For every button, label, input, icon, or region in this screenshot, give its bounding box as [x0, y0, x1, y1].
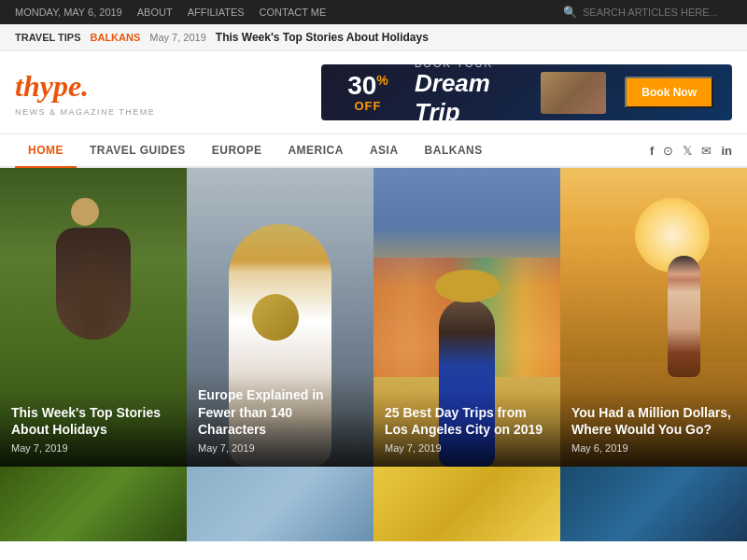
affiliates-link[interactable]: AFFILIATES — [188, 7, 245, 18]
breaking-title: This Week's Top Stories About Holidays — [216, 31, 429, 44]
nav-socials: f ⊙ 𝕏 ✉ in — [650, 144, 732, 158]
card-1-title: This Week's Top Stories About Holidays — [11, 404, 176, 438]
featured-grid: This Week's Top Stories About Holidays M… — [0, 168, 747, 467]
thumb-2[interactable] — [187, 467, 374, 541]
twitter-icon[interactable]: 𝕏 — [683, 144, 692, 158]
top-date: MONDAY, MAY 6, 2019 — [15, 7, 122, 18]
book-now-button[interactable]: Book Now — [625, 77, 713, 108]
card-1-date: May 7, 2019 — [11, 442, 176, 454]
email-icon[interactable]: ✉ — [701, 144, 712, 158]
breaking-tag[interactable]: BALKANS — [91, 32, 141, 43]
nav-links: HOME TRAVEL GUIDES EUROPE AMERICA ASIA B… — [15, 134, 496, 166]
nav-america[interactable]: AMERICA — [275, 134, 357, 168]
thumb-1[interactable] — [0, 467, 187, 541]
featured-card-1[interactable]: This Week's Top Stories About Holidays M… — [0, 168, 187, 467]
banner-ad[interactable]: 30% OFF BOOK YOUR Dream Trip Book Now — [321, 64, 732, 120]
thumb-4[interactable] — [560, 467, 747, 541]
card-2-overlay: Europe Explained in Fewer than 140 Chara… — [187, 373, 374, 467]
nav-asia[interactable]: ASIA — [357, 134, 412, 168]
nav-home[interactable]: HOME — [15, 134, 77, 168]
card-3-date: May 7, 2019 — [385, 442, 549, 454]
top-bar-right: 🔍 — [563, 6, 732, 19]
breaking-label: TRAVEL TIPS — [15, 32, 81, 43]
main-nav: HOME TRAVEL GUIDES EUROPE AMERICA ASIA B… — [0, 133, 747, 168]
card-4-overlay: You Had a Million Dollars, Where Would Y… — [560, 391, 747, 467]
breaking-date: May 7, 2019 — [149, 32, 206, 43]
card-4-date: May 6, 2019 — [571, 442, 736, 454]
thumb-3[interactable] — [374, 467, 560, 541]
card-3-overlay: 25 Best Day Trips from Los Angeles City … — [374, 391, 560, 467]
logo-area: thype. NEWS & MAGAZINE THEME — [15, 69, 155, 117]
card-4-title: You Had a Million Dollars, Where Would Y… — [571, 404, 736, 438]
nav-balkans[interactable]: BALKANS — [412, 134, 496, 168]
banner-discount: 30% — [347, 73, 388, 99]
search-input[interactable] — [583, 7, 732, 18]
featured-card-3[interactable]: 25 Best Day Trips from Los Angeles City … — [374, 168, 560, 467]
card-2-title: Europe Explained in Fewer than 140 Chara… — [198, 386, 362, 438]
featured-card-4[interactable]: You Had a Million Dollars, Where Would Y… — [560, 168, 747, 467]
logo-text: thype. — [15, 69, 155, 104]
top-bar-left: MONDAY, MAY 6, 2019 ABOUT AFFILIATES CON… — [15, 7, 326, 18]
banner-off: OFF — [355, 99, 382, 113]
nav-europe[interactable]: EUROPE — [199, 134, 275, 168]
facebook-icon[interactable]: f — [650, 144, 654, 158]
featured-card-2[interactable]: Europe Explained in Fewer than 140 Chara… — [187, 168, 374, 467]
logo[interactable]: thype. NEWS & MAGAZINE THEME — [15, 69, 155, 117]
card-2-date: May 7, 2019 — [198, 442, 362, 454]
site-header: thype. NEWS & MAGAZINE THEME 30% OFF BOO… — [0, 51, 747, 133]
card-1-overlay: This Week's Top Stories About Holidays M… — [0, 391, 187, 467]
banner-dream: Dream Trip — [415, 69, 522, 120]
logo-tagline: NEWS & MAGAZINE THEME — [15, 107, 155, 117]
card-3-title: 25 Best Day Trips from Los Angeles City … — [385, 404, 549, 438]
breaking-bar: TRAVEL TIPS BALKANS May 7, 2019 This Wee… — [0, 24, 747, 51]
about-link[interactable]: ABOUT — [137, 7, 173, 18]
banner-percent: % — [376, 72, 388, 87]
contact-link[interactable]: CONTACT ME — [260, 7, 327, 18]
nav-travel-guides[interactable]: TRAVEL GUIDES — [77, 134, 199, 168]
linkedin-icon[interactable]: in — [721, 144, 732, 158]
bottom-thumbnails — [0, 467, 747, 541]
instagram-icon[interactable]: ⊙ — [663, 144, 673, 158]
top-bar: MONDAY, MAY 6, 2019 ABOUT AFFILIATES CON… — [0, 0, 747, 24]
search-icon: 🔍 — [563, 6, 577, 19]
